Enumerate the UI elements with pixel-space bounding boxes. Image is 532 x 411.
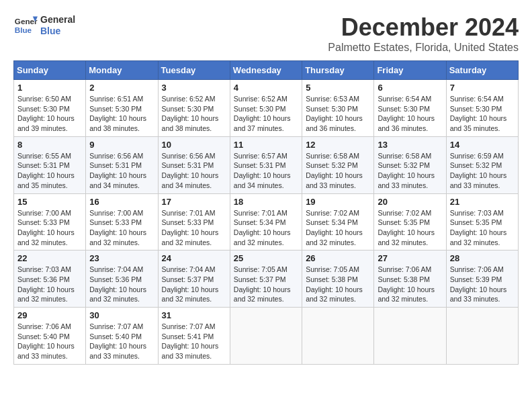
calendar-cell: 20Sunrise: 7:02 AM Sunset: 5:35 PM Dayli…	[374, 193, 446, 250]
day-info: Sunrise: 6:50 AM Sunset: 5:30 PM Dayligh…	[17, 94, 82, 134]
calendar-cell: 9Sunrise: 6:56 AM Sunset: 5:31 PM Daylig…	[86, 136, 158, 193]
calendar-cell: 7Sunrise: 6:54 AM Sunset: 5:30 PM Daylig…	[446, 80, 518, 137]
calendar-cell: 24Sunrise: 7:04 AM Sunset: 5:37 PM Dayli…	[158, 250, 230, 308]
calendar-cell: 21Sunrise: 7:03 AM Sunset: 5:35 PM Dayli…	[446, 193, 518, 250]
day-number: 6	[378, 83, 442, 93]
day-number: 12	[306, 140, 370, 150]
day-number: 30	[89, 310, 154, 320]
day-number: 3	[162, 83, 226, 93]
day-info: Sunrise: 7:05 AM Sunset: 5:38 PM Dayligh…	[306, 265, 370, 304]
page-header: General Blue General Blue December 2024 …	[13, 13, 519, 54]
weekday-header-wednesday: Wednesday	[230, 61, 302, 80]
calendar-week-4: 22Sunrise: 7:03 AM Sunset: 5:36 PM Dayli…	[14, 250, 519, 308]
calendar-cell: 8Sunrise: 6:55 AM Sunset: 5:31 PM Daylig…	[14, 136, 86, 193]
calendar-cell: 19Sunrise: 7:02 AM Sunset: 5:34 PM Dayli…	[302, 193, 374, 250]
weekday-header-tuesday: Tuesday	[158, 61, 230, 80]
calendar-cell: 11Sunrise: 6:57 AM Sunset: 5:31 PM Dayli…	[230, 136, 302, 193]
weekday-header-friday: Friday	[374, 61, 446, 80]
day-number: 25	[234, 253, 298, 263]
calendar-cell	[230, 308, 302, 365]
day-info: Sunrise: 7:07 AM Sunset: 5:40 PM Dayligh…	[89, 322, 154, 361]
calendar-cell: 17Sunrise: 7:01 AM Sunset: 5:33 PM Dayli…	[158, 193, 230, 250]
day-info: Sunrise: 7:04 AM Sunset: 5:36 PM Dayligh…	[89, 265, 154, 304]
calendar-week-3: 15Sunrise: 7:00 AM Sunset: 5:33 PM Dayli…	[14, 193, 519, 250]
calendar-cell: 1Sunrise: 6:50 AM Sunset: 5:30 PM Daylig…	[14, 80, 86, 137]
calendar-cell: 23Sunrise: 7:04 AM Sunset: 5:36 PM Dayli…	[86, 250, 158, 308]
calendar-cell: 31Sunrise: 7:07 AM Sunset: 5:41 PM Dayli…	[158, 308, 230, 365]
day-number: 10	[162, 140, 226, 150]
day-info: Sunrise: 6:56 AM Sunset: 5:31 PM Dayligh…	[162, 151, 226, 191]
day-info: Sunrise: 6:54 AM Sunset: 5:30 PM Dayligh…	[378, 94, 442, 134]
calendar-cell: 15Sunrise: 7:00 AM Sunset: 5:33 PM Dayli…	[14, 193, 86, 250]
day-info: Sunrise: 7:00 AM Sunset: 5:33 PM Dayligh…	[17, 208, 82, 248]
calendar-cell: 6Sunrise: 6:54 AM Sunset: 5:30 PM Daylig…	[374, 80, 446, 137]
calendar-cell: 13Sunrise: 6:58 AM Sunset: 5:32 PM Dayli…	[374, 136, 446, 193]
day-info: Sunrise: 7:07 AM Sunset: 5:41 PM Dayligh…	[162, 322, 226, 361]
weekday-header-sunday: Sunday	[14, 61, 86, 80]
day-number: 7	[450, 83, 515, 93]
calendar-cell	[374, 308, 446, 365]
day-number: 22	[17, 253, 82, 263]
logo-text: General Blue	[40, 14, 75, 37]
location-title: Palmetto Estates, Florida, United States	[328, 42, 519, 54]
day-number: 24	[162, 253, 226, 263]
weekday-header-thursday: Thursday	[302, 61, 374, 80]
day-number: 13	[378, 140, 442, 150]
day-number: 27	[378, 253, 442, 263]
day-number: 28	[450, 253, 515, 263]
calendar-cell: 14Sunrise: 6:59 AM Sunset: 5:32 PM Dayli…	[446, 136, 518, 193]
day-number: 23	[89, 253, 154, 263]
day-number: 14	[450, 140, 515, 150]
calendar-table: SundayMondayTuesdayWednesdayThursdayFrid…	[13, 60, 519, 365]
calendar-cell: 25Sunrise: 7:05 AM Sunset: 5:37 PM Dayli…	[230, 250, 302, 308]
day-info: Sunrise: 7:06 AM Sunset: 5:40 PM Dayligh…	[17, 322, 82, 361]
day-info: Sunrise: 6:55 AM Sunset: 5:31 PM Dayligh…	[17, 151, 82, 191]
day-info: Sunrise: 7:05 AM Sunset: 5:37 PM Dayligh…	[234, 265, 298, 304]
day-info: Sunrise: 7:02 AM Sunset: 5:35 PM Dayligh…	[378, 208, 442, 248]
calendar-cell: 2Sunrise: 6:51 AM Sunset: 5:30 PM Daylig…	[86, 80, 158, 137]
day-number: 11	[234, 140, 298, 150]
day-info: Sunrise: 6:51 AM Sunset: 5:30 PM Dayligh…	[89, 94, 154, 134]
day-number: 17	[162, 197, 226, 207]
day-info: Sunrise: 6:56 AM Sunset: 5:31 PM Dayligh…	[89, 151, 154, 191]
svg-text:Blue: Blue	[15, 26, 32, 34]
day-number: 20	[378, 197, 442, 207]
day-number: 4	[234, 83, 298, 93]
day-info: Sunrise: 7:06 AM Sunset: 5:38 PM Dayligh…	[378, 265, 442, 304]
day-info: Sunrise: 7:06 AM Sunset: 5:39 PM Dayligh…	[450, 265, 515, 304]
calendar-cell: 27Sunrise: 7:06 AM Sunset: 5:38 PM Dayli…	[374, 250, 446, 308]
day-info: Sunrise: 7:01 AM Sunset: 5:34 PM Dayligh…	[234, 208, 298, 248]
day-info: Sunrise: 7:03 AM Sunset: 5:36 PM Dayligh…	[17, 265, 82, 304]
month-title: December 2024	[328, 13, 519, 42]
calendar-cell	[302, 308, 374, 365]
day-info: Sunrise: 6:53 AM Sunset: 5:30 PM Dayligh…	[306, 94, 370, 134]
calendar-cell: 10Sunrise: 6:56 AM Sunset: 5:31 PM Dayli…	[158, 136, 230, 193]
logo: General Blue General Blue	[13, 13, 75, 38]
day-number: 26	[306, 253, 370, 263]
day-info: Sunrise: 7:01 AM Sunset: 5:33 PM Dayligh…	[162, 208, 226, 248]
day-number: 15	[17, 197, 82, 207]
day-number: 18	[234, 197, 298, 207]
day-number: 19	[306, 197, 370, 207]
calendar-cell: 3Sunrise: 6:52 AM Sunset: 5:30 PM Daylig…	[158, 80, 230, 137]
calendar-cell: 22Sunrise: 7:03 AM Sunset: 5:36 PM Dayli…	[14, 250, 86, 308]
day-info: Sunrise: 6:52 AM Sunset: 5:30 PM Dayligh…	[234, 94, 298, 134]
day-info: Sunrise: 6:58 AM Sunset: 5:32 PM Dayligh…	[306, 151, 370, 191]
calendar-header-row: SundayMondayTuesdayWednesdayThursdayFrid…	[14, 61, 519, 80]
calendar-week-1: 1Sunrise: 6:50 AM Sunset: 5:30 PM Daylig…	[14, 80, 519, 137]
day-number: 31	[162, 310, 226, 320]
calendar-cell: 16Sunrise: 7:00 AM Sunset: 5:33 PM Dayli…	[86, 193, 158, 250]
calendar-cell: 4Sunrise: 6:52 AM Sunset: 5:30 PM Daylig…	[230, 80, 302, 137]
day-info: Sunrise: 6:58 AM Sunset: 5:32 PM Dayligh…	[378, 151, 442, 191]
day-number: 2	[89, 83, 154, 93]
weekday-header-monday: Monday	[86, 61, 158, 80]
calendar-cell	[446, 308, 518, 365]
day-info: Sunrise: 7:00 AM Sunset: 5:33 PM Dayligh…	[89, 208, 154, 248]
calendar-cell: 18Sunrise: 7:01 AM Sunset: 5:34 PM Dayli…	[230, 193, 302, 250]
calendar-week-2: 8Sunrise: 6:55 AM Sunset: 5:31 PM Daylig…	[14, 136, 519, 193]
calendar-cell: 12Sunrise: 6:58 AM Sunset: 5:32 PM Dayli…	[302, 136, 374, 193]
calendar-cell: 26Sunrise: 7:05 AM Sunset: 5:38 PM Dayli…	[302, 250, 374, 308]
day-info: Sunrise: 6:59 AM Sunset: 5:32 PM Dayligh…	[450, 151, 515, 191]
weekday-header-saturday: Saturday	[446, 61, 518, 80]
calendar-cell: 5Sunrise: 6:53 AM Sunset: 5:30 PM Daylig…	[302, 80, 374, 137]
